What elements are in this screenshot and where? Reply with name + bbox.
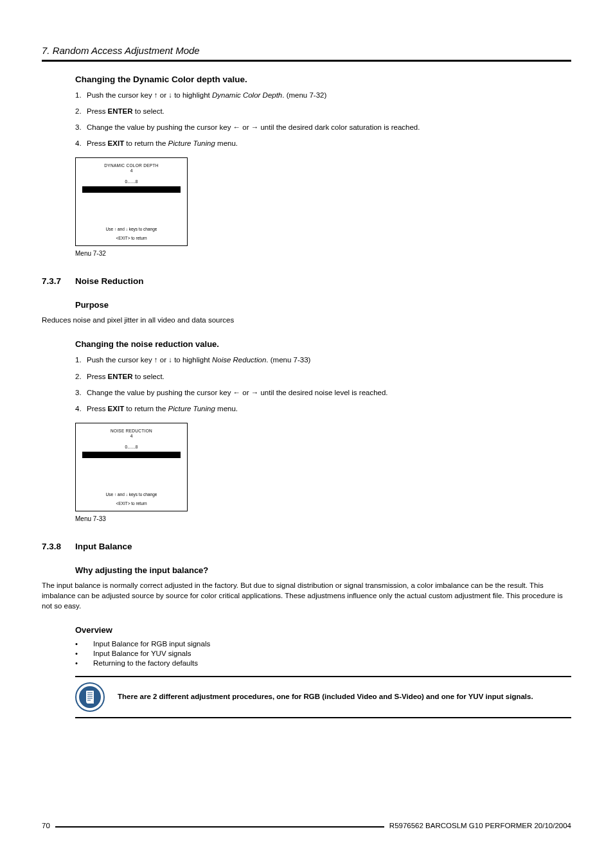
bullet-icon: •: [75, 650, 93, 657]
page-number: 70: [42, 822, 50, 829]
step-4: 4. Press EXIT to return the Picture Tuni…: [75, 138, 571, 148]
overview-list: •Input Balance for RGB input signals •In…: [75, 640, 571, 667]
step-num: 2.: [75, 106, 87, 116]
step-text: Press ENTER to select.: [87, 371, 164, 382]
step-num: 1.: [75, 355, 87, 365]
step-num: 2.: [75, 371, 87, 382]
note-rule-bottom: [75, 717, 571, 718]
menu-caption: Menu 7-33: [75, 515, 571, 522]
menu-exit-hint: <EXIT> to return: [76, 236, 187, 240]
menu-box-dynamic-color: DYNAMIC COLOR DEPTH 4 0.......8 Use ↑ an…: [75, 157, 188, 246]
heading-dynamic-color: Changing the Dynamic Color depth value.: [75, 75, 571, 84]
section-noise-reduction: 7.3.7 Noise Reduction: [42, 276, 571, 286]
menu-exit-hint: <EXIT> to return: [76, 501, 187, 506]
note-icon: [75, 682, 105, 712]
heading-why-adjusting: Why adjusting the input balance?: [75, 565, 571, 575]
document-id: R5976562 BARCOSLM G10 PERFORMER 20/10/20…: [389, 822, 571, 829]
section-number: 7.3.8: [42, 542, 75, 551]
section-number: 7.3.7: [42, 276, 75, 286]
header-rule: [42, 60, 571, 62]
menu-range: 0.......8: [82, 179, 181, 184]
menu-keys-hint: Use ↑ and ↓ keys to change: [76, 492, 187, 497]
step-1: 1. Push the cursor key ↑ or ↓ to highlig…: [75, 355, 571, 365]
menu-box-noise-reduction: NOISE REDUCTION 4 0.......8 Use ↑ and ↓ …: [75, 423, 188, 511]
menu-value: 4: [82, 168, 181, 173]
list-item: •Returning to the factory defaults: [75, 659, 571, 667]
note-text: There are 2 different adjustment procedu…: [118, 692, 533, 702]
step-1: 1. Push the cursor key ↑ or ↓ to highlig…: [75, 90, 571, 100]
step-num: 3.: [75, 122, 87, 132]
step-text: Press EXIT to return the Picture Tuning …: [87, 403, 238, 414]
note-rule-top: [75, 676, 571, 677]
step-text: Change the value by pushing the cursor k…: [87, 387, 388, 398]
menu-bar-icon: [82, 452, 181, 458]
step-3: 3. Change the value by pushing the curso…: [75, 387, 571, 398]
step-num: 1.: [75, 90, 87, 100]
note-block: There are 2 different adjustment procedu…: [75, 682, 571, 712]
section-title: Input Balance: [75, 542, 132, 551]
bullet-icon: •: [75, 640, 93, 648]
step-num: 4.: [75, 138, 87, 148]
list-item: •Input Balance for YUV signals: [75, 650, 571, 657]
step-2: 2. Press ENTER to select.: [75, 371, 571, 382]
step-4: 4. Press EXIT to return the Picture Tuni…: [75, 403, 571, 414]
menu-keys-hint: Use ↑ and ↓ keys to change: [76, 227, 187, 231]
menu-title: NOISE REDUCTION: [82, 429, 181, 433]
step-text: Press ENTER to select.: [87, 106, 164, 116]
step-3: 3. Change the value by pushing the curso…: [75, 122, 571, 132]
page-footer: 70 R5976562 BARCOSLM G10 PERFORMER 20/10…: [42, 822, 571, 829]
menu-bar-icon: [82, 186, 181, 193]
step-text: Push the cursor key ↑ or ↓ to highlight …: [87, 90, 326, 100]
step-text: Push the cursor key ↑ or ↓ to highlight …: [87, 355, 310, 365]
step-2: 2. Press ENTER to select.: [75, 106, 571, 116]
step-num: 4.: [75, 403, 87, 414]
heading-purpose: Purpose: [75, 300, 571, 310]
purpose-text: Reduces noise and pixel jitter in all vi…: [42, 315, 571, 325]
chapter-title: 7. Random Access Adjustment Mode: [42, 45, 571, 56]
heading-overview: Overview: [75, 625, 571, 635]
menu-value: 4: [82, 434, 181, 438]
why-text: The input balance is normally correct ad…: [42, 580, 571, 611]
step-num: 3.: [75, 387, 87, 398]
footer-rule: [55, 826, 384, 828]
step-text: Press EXIT to return the Picture Tuning …: [87, 138, 238, 148]
bullet-icon: •: [75, 659, 93, 667]
heading-changing-noise: Changing the noise reduction value.: [75, 339, 571, 349]
section-title: Noise Reduction: [75, 276, 144, 286]
menu-title: DYNAMIC COLOR DEPTH: [82, 163, 181, 168]
menu-range: 0.......8: [82, 445, 181, 449]
step-text: Change the value by pushing the cursor k…: [87, 122, 420, 132]
menu-caption: Menu 7-32: [75, 250, 571, 257]
list-item: •Input Balance for RGB input signals: [75, 640, 571, 648]
section-input-balance: 7.3.8 Input Balance: [42, 542, 571, 551]
